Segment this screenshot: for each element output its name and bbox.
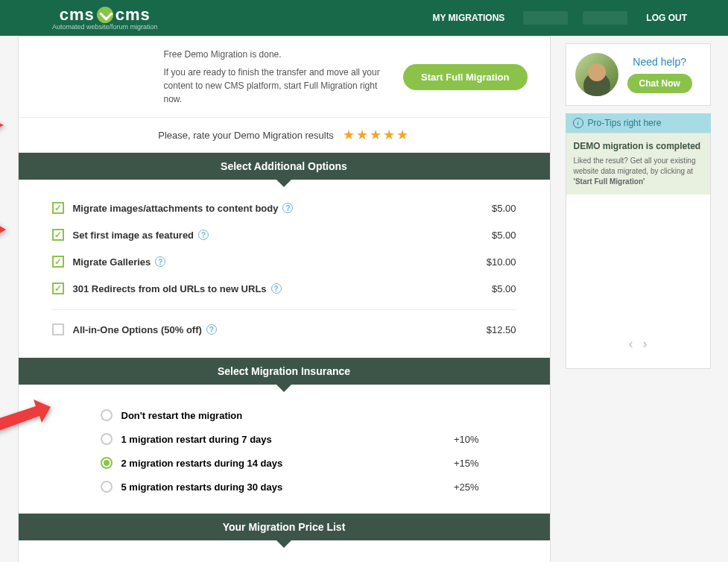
section-header-options: Select Additional Options <box>19 153 550 180</box>
annotation-arrow-3 <box>0 400 56 447</box>
option-price-0: $5.00 <box>492 203 516 214</box>
option-row: Set first image as featured? $5.00 <box>52 221 516 248</box>
insurance-radio-1[interactable] <box>101 433 113 445</box>
insurance-row: 5 migration restarts during 30 days +25% <box>101 475 516 499</box>
section-header-insurance: Select Migration Insurance <box>19 358 550 385</box>
insurance-label-0: Don't restart the migration <box>121 410 479 421</box>
need-help-label: Need help? <box>633 56 686 68</box>
help-card: Need help? Chat Now <box>566 43 711 106</box>
svg-marker-0 <box>0 116 4 134</box>
option-row: Migrate Galleries? $10.00 <box>52 248 516 275</box>
section-header-price: Your Migration Price List <box>19 514 550 540</box>
option-price-3: $5.00 <box>492 283 516 294</box>
insurance-radio-2[interactable] <box>101 457 113 469</box>
insurance-label-3: 5 migration restarts during 30 days <box>121 482 454 493</box>
option-checkbox-0[interactable] <box>52 202 64 214</box>
logo-swap-icon <box>97 7 113 23</box>
chat-now-button[interactable]: Chat Now <box>627 74 692 93</box>
help-icon[interactable]: ? <box>282 203 293 213</box>
insurance-radio-3[interactable] <box>101 481 113 493</box>
rate-section: Please, rate your Demo Migration results… <box>19 118 550 153</box>
insurance-label-2: 2 migration restarts during 14 days <box>121 458 454 469</box>
tip-prev-icon[interactable]: ‹ <box>628 336 633 351</box>
top-header: cms cms Automated website/forum migratio… <box>0 0 728 36</box>
tip-card: DEMO migration is completed Liked the re… <box>566 133 711 369</box>
main-panel: Free Demo Migration is done. If you are … <box>18 36 551 562</box>
option-checkbox-3[interactable] <box>52 282 64 294</box>
help-icon[interactable]: ? <box>206 324 217 335</box>
demo-done-text: Free Demo Migration is done. <box>164 48 382 61</box>
nav-blur-2 <box>583 11 627 25</box>
option-label-2: Migrate Galleries? <box>73 256 487 268</box>
option-row: Migrate images/attachments to content bo… <box>52 195 516 221</box>
tip-title: DEMO migration is completed <box>574 141 703 151</box>
option-checkbox-2[interactable] <box>52 256 64 268</box>
help-icon[interactable]: ? <box>198 230 209 240</box>
insurance-row: Don't restart the migration <box>101 403 516 427</box>
annotation-arrow-1 <box>0 110 7 150</box>
rate-label: Please, rate your Demo Migration results <box>158 130 334 141</box>
insurance-pct-2: +15% <box>454 458 516 469</box>
demo-ready-text: If you are ready to finish the transfer … <box>164 66 382 106</box>
option-label-allinone: All-in-One Options (50% off)? <box>73 324 487 335</box>
option-price-1: $5.00 <box>492 230 516 241</box>
nav-my-migrations[interactable]: MY MIGRATIONS <box>432 13 504 23</box>
annotation-arrow-2 <box>0 213 11 253</box>
option-checkbox-1[interactable] <box>52 229 64 241</box>
options-list: Migrate images/attachments to content bo… <box>19 180 550 358</box>
insurance-label-1: 1 migration restart during 7 days <box>121 434 454 445</box>
info-icon: i <box>573 118 583 128</box>
logo[interactable]: cms cms Automated website/forum migratio… <box>52 5 158 31</box>
start-full-migration-top-button[interactable]: Start Full Migration <box>403 64 527 90</box>
nav-logout[interactable]: LOG OUT <box>646 13 687 23</box>
svg-marker-1 <box>0 218 6 241</box>
protips-bar: i Pro-Tips right here <box>566 113 711 133</box>
option-price-allinone: $12.50 <box>487 324 516 335</box>
tip-body: Liked the result? Get all your existing … <box>574 156 703 187</box>
option-row: 301 Redirects from old URLs to new URLs?… <box>52 275 516 302</box>
logo-text-right: cms <box>115 5 151 25</box>
tip-nav: ‹ › <box>575 202 701 359</box>
option-price-2: $10.00 <box>487 256 516 268</box>
sidebar: Need help? Chat Now i Pro-Tips right her… <box>566 36 711 562</box>
help-icon[interactable]: ? <box>155 256 165 267</box>
avatar <box>575 53 618 96</box>
option-label-1: Set first image as featured? <box>73 230 492 241</box>
logo-text-left: cms <box>60 5 95 25</box>
protips-label: Pro-Tips right here <box>588 118 662 128</box>
insurance-list: Don't restart the migration 1 migration … <box>19 385 550 514</box>
insurance-row: 2 migration restarts during 14 days +15% <box>101 451 516 475</box>
tip-next-icon[interactable]: › <box>643 336 648 351</box>
option-checkbox-allinone[interactable] <box>52 323 64 335</box>
demo-done-section: Free Demo Migration is done. If you are … <box>19 37 550 118</box>
rating-stars[interactable]: ★★★★★ <box>343 127 410 143</box>
option-label-0: Migrate images/attachments to content bo… <box>73 203 492 214</box>
insurance-radio-0[interactable] <box>101 409 113 421</box>
option-label-3: 301 Redirects from old URLs to new URLs? <box>73 283 492 294</box>
logo-tagline: Automated website/forum migration <box>52 23 158 31</box>
insurance-row: 1 migration restart during 7 days +10% <box>101 427 516 451</box>
help-icon[interactable]: ? <box>271 283 282 294</box>
nav-blur-1 <box>523 11 568 25</box>
insurance-pct-1: +10% <box>454 434 516 445</box>
insurance-pct-3: +25% <box>454 482 516 493</box>
option-row-allinone: All-in-One Options (50% off)? $12.50 <box>52 309 516 343</box>
svg-marker-2 <box>0 400 51 440</box>
